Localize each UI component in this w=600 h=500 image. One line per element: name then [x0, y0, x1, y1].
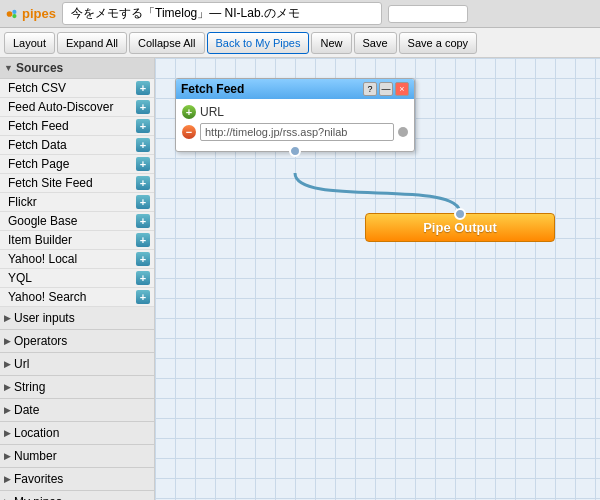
pipe-output-box[interactable]: Pipe Output — [365, 213, 555, 242]
operators-arrow-icon: ▶ — [4, 336, 11, 346]
feed-url-value-row: − — [182, 123, 408, 141]
sidebar-item-item-builder[interactable]: Item Builder + — [0, 231, 154, 250]
fetch-feed-controls: ? — × — [363, 82, 409, 96]
search-input[interactable] — [388, 5, 468, 23]
number-section[interactable]: ▶ Number — [0, 445, 154, 468]
fetch-site-feed-add-button[interactable]: + — [136, 176, 150, 190]
item-builder-add-button[interactable]: + — [136, 233, 150, 247]
location-section[interactable]: ▶ Location — [0, 422, 154, 445]
favorites-section[interactable]: ▶ Favorites — [0, 468, 154, 491]
window-title: 今をメモする「Timelog」— NI-Lab.のメモ — [62, 2, 382, 25]
sidebar-item-yahoo-search[interactable]: Yahoo! Search + — [0, 288, 154, 307]
feed-url-input[interactable] — [200, 123, 394, 141]
user-inputs-arrow-icon: ▶ — [4, 313, 11, 323]
yahoo-search-add-button[interactable]: + — [136, 290, 150, 304]
sidebar-item-feed-auto-discover[interactable]: Feed Auto-Discover + — [0, 98, 154, 117]
save-button[interactable]: Save — [354, 32, 397, 54]
sidebar-item-fetch-feed[interactable]: Fetch Feed + — [0, 117, 154, 136]
feed-url-label: URL — [200, 105, 224, 119]
fetch-data-add-button[interactable]: + — [136, 138, 150, 152]
location-arrow-icon: ▶ — [4, 428, 11, 438]
yahoo-local-add-button[interactable]: + — [136, 252, 150, 266]
string-arrow-icon: ▶ — [4, 382, 11, 392]
fetch-feed-body: + URL − — [176, 99, 414, 151]
pipe-output-widget[interactable]: Pipe Output — [365, 213, 555, 242]
feed-url-connector-dot[interactable] — [398, 127, 408, 137]
fetch-feed-title: Fetch Feed — [181, 82, 244, 96]
google-base-add-button[interactable]: + — [136, 214, 150, 228]
sources-label: Sources — [16, 61, 63, 75]
url-arrow-icon: ▶ — [4, 359, 11, 369]
svg-point-0 — [7, 11, 13, 17]
string-section[interactable]: ▶ String — [0, 376, 154, 399]
svg-point-1 — [12, 9, 16, 13]
fetch-feed-add-button[interactable]: + — [136, 119, 150, 133]
fetch-feed-titlebar: Fetch Feed ? — × — [176, 79, 414, 99]
fetch-feed-output-connector[interactable] — [289, 145, 301, 157]
back-to-my-pipes-button[interactable]: Back to My Pipes — [207, 32, 310, 54]
fetch-feed-minimize-button[interactable]: — — [379, 82, 393, 96]
flickr-add-button[interactable]: + — [136, 195, 150, 209]
expand-all-button[interactable]: Expand All — [57, 32, 127, 54]
sidebar-item-fetch-csv[interactable]: Fetch CSV + — [0, 79, 154, 98]
sidebar-item-google-base[interactable]: Google Base + — [0, 212, 154, 231]
titlebar: pipes 今をメモする「Timelog」— NI-Lab.のメモ — [0, 0, 600, 28]
sidebar-item-yql[interactable]: YQL + — [0, 269, 154, 288]
sidebar-item-fetch-data[interactable]: Fetch Data + — [0, 136, 154, 155]
number-arrow-icon: ▶ — [4, 451, 11, 461]
logo-text: pipes — [22, 6, 56, 21]
sidebar-item-fetch-site-feed[interactable]: Fetch Site Feed + — [0, 174, 154, 193]
favorites-arrow-icon: ▶ — [4, 474, 11, 484]
fetch-feed-help-button[interactable]: ? — [363, 82, 377, 96]
sidebar-item-flickr[interactable]: Flickr + — [0, 193, 154, 212]
feed-auto-discover-add-button[interactable]: + — [136, 100, 150, 114]
svg-point-2 — [12, 14, 16, 18]
fetch-feed-close-button[interactable]: × — [395, 82, 409, 96]
new-button[interactable]: New — [311, 32, 351, 54]
fetch-csv-add-button[interactable]: + — [136, 81, 150, 95]
sources-section-header[interactable]: ▼ Sources — [0, 58, 154, 79]
fetch-feed-widget: Fetch Feed ? — × + URL − — [175, 78, 415, 152]
feed-url-add-icon[interactable]: + — [182, 105, 196, 119]
operators-section[interactable]: ▶ Operators — [0, 330, 154, 353]
collapse-all-button[interactable]: Collapse All — [129, 32, 204, 54]
my-pipes-section[interactable]: ▶ My pipes — [0, 491, 154, 500]
layout-button[interactable]: Layout — [4, 32, 55, 54]
yql-add-button[interactable]: + — [136, 271, 150, 285]
date-arrow-icon: ▶ — [4, 405, 11, 415]
main-layout: ▼ Sources Fetch CSV + Feed Auto-Discover… — [0, 58, 600, 500]
date-section[interactable]: ▶ Date — [0, 399, 154, 422]
logo-icon — [6, 5, 20, 23]
fetch-page-add-button[interactable]: + — [136, 157, 150, 171]
sidebar-item-yahoo-local[interactable]: Yahoo! Local + — [0, 250, 154, 269]
logo: pipes — [6, 4, 56, 24]
canvas[interactable]: Fetch Feed ? — × + URL − — [155, 58, 600, 500]
sources-arrow-icon: ▼ — [4, 63, 13, 73]
user-inputs-section[interactable]: ▶ User inputs — [0, 307, 154, 330]
feed-url-row: + URL — [182, 105, 408, 119]
pipe-output-input-connector[interactable] — [454, 208, 466, 220]
sidebar-item-fetch-page[interactable]: Fetch Page + — [0, 155, 154, 174]
toolbar: Layout Expand All Collapse All Back to M… — [0, 28, 600, 58]
feed-url-remove-icon[interactable]: − — [182, 125, 196, 139]
sidebar: ▼ Sources Fetch CSV + Feed Auto-Discover… — [0, 58, 155, 500]
url-section[interactable]: ▶ Url — [0, 353, 154, 376]
pipe-output-label: Pipe Output — [423, 220, 497, 235]
save-copy-button[interactable]: Save a copy — [399, 32, 478, 54]
